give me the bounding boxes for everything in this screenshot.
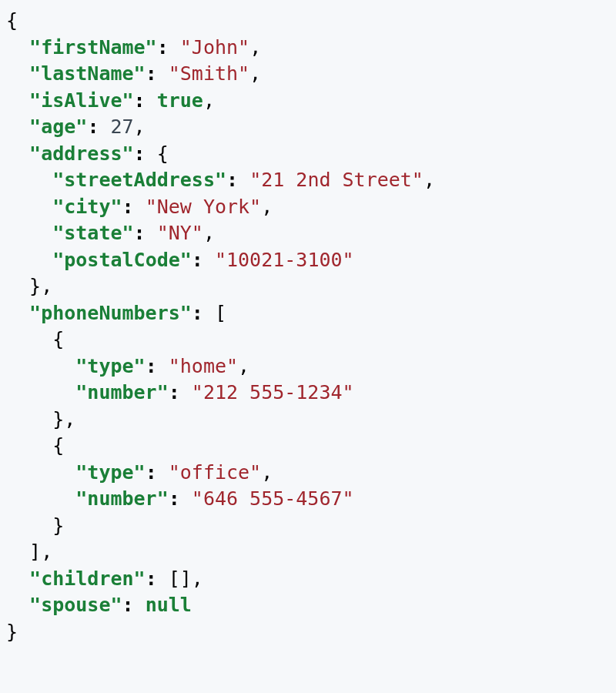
brace-close: } <box>52 514 64 537</box>
key-streetAddress: "streetAddress" <box>52 169 226 191</box>
key-phoneNumbers: "phoneNumbers" <box>29 302 192 324</box>
colon: : <box>87 116 99 138</box>
colon: : <box>146 355 157 377</box>
colon: : <box>122 196 134 218</box>
comma: , <box>192 567 203 590</box>
key-children: "children" <box>29 567 146 590</box>
key-phone-number-0: "number" <box>75 381 168 403</box>
brace-open: { <box>52 434 64 457</box>
key-phone-type-1: "type" <box>75 461 145 484</box>
comma: , <box>238 355 249 377</box>
key-spouse: "spouse" <box>29 594 122 616</box>
brace-open: { <box>52 328 64 350</box>
colon: : <box>169 381 180 403</box>
comma: , <box>249 36 261 59</box>
value-lastName: "Smith" <box>169 62 249 85</box>
brace-open: { <box>6 9 18 32</box>
key-city: "city" <box>52 196 122 218</box>
comma: , <box>41 275 52 297</box>
value-phone-number-0: "212 555-1234" <box>192 381 354 403</box>
key-address: "address" <box>29 142 133 165</box>
value-phone-number-1: "646 555-4567" <box>192 487 354 510</box>
comma: , <box>261 461 273 484</box>
key-isAlive: "isAlive" <box>29 89 133 112</box>
value-age: 27 <box>111 116 134 138</box>
comma: , <box>134 116 146 138</box>
brace-close: } <box>52 408 64 430</box>
colon: : <box>146 62 157 85</box>
bracket-open: [ <box>215 302 226 324</box>
colon: : <box>226 169 238 191</box>
colon: : <box>122 594 134 616</box>
comma: , <box>203 89 215 112</box>
key-phone-type-0: "type" <box>75 355 145 377</box>
value-children: [] <box>169 567 192 590</box>
brace-open: { <box>157 142 169 165</box>
bracket-close: ] <box>29 541 41 563</box>
key-state: "state" <box>52 222 133 244</box>
brace-close: } <box>6 621 18 643</box>
value-city: "New York" <box>146 196 262 218</box>
value-firstName: "John" <box>180 36 249 59</box>
json-code-block: { "firstName": "John", "lastName": "Smit… <box>6 8 610 645</box>
key-phone-number-1: "number" <box>75 487 168 510</box>
comma: , <box>424 169 435 191</box>
colon: : <box>134 142 146 165</box>
colon: : <box>192 302 203 324</box>
value-isAlive: true <box>157 89 203 112</box>
value-phone-type-1: "office" <box>169 461 261 484</box>
comma: , <box>41 541 52 563</box>
colon: : <box>146 461 157 484</box>
colon: : <box>157 36 169 59</box>
colon: : <box>169 487 180 510</box>
brace-close: } <box>29 275 41 297</box>
colon: : <box>134 222 146 244</box>
colon: : <box>146 567 157 590</box>
value-phone-type-0: "home" <box>169 355 238 377</box>
colon: : <box>134 89 146 112</box>
comma: , <box>249 62 261 85</box>
key-firstName: "firstName" <box>29 36 157 59</box>
value-spouse: null <box>146 594 192 616</box>
comma: , <box>261 196 273 218</box>
key-age: "age" <box>29 116 87 138</box>
comma: , <box>64 408 75 430</box>
value-streetAddress: "21 2nd Street" <box>249 169 424 191</box>
comma: , <box>203 222 215 244</box>
value-postalCode: "10021-3100" <box>215 249 354 271</box>
value-state: "NY" <box>157 222 203 244</box>
colon: : <box>192 249 203 271</box>
key-lastName: "lastName" <box>29 62 146 85</box>
key-postalCode: "postalCode" <box>52 249 192 271</box>
